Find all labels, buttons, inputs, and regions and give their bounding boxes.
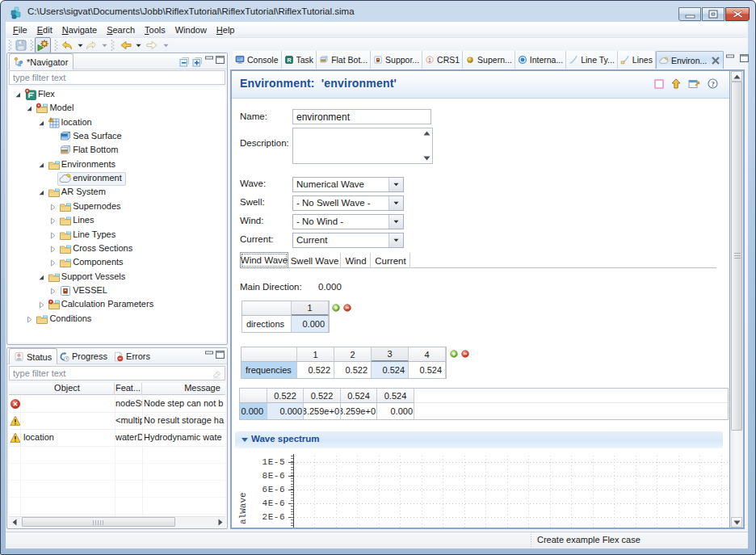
column-header-feat[interactable]: Feat... [115,383,142,395]
view-max-icon[interactable] [216,351,225,359]
editor-tab-task[interactable]: RTask [282,51,317,69]
table-cell[interactable]: 3.259e+0 [304,403,341,419]
open-window-icon[interactable] [688,78,700,89]
combo-dropdown-button[interactable] [388,215,403,229]
close-button[interactable] [725,7,750,21]
row-header[interactable]: 0.000 [240,403,267,419]
column-header[interactable]: 0.524 [341,389,377,403]
status-filter-input[interactable]: type filter text [9,366,225,381]
tree-row[interactable]: AR System [9,186,225,200]
minus-ball-icon[interactable] [343,304,351,312]
back-icon[interactable] [120,39,132,52]
wave-tab-swellwave[interactable]: Swell Wave [289,253,341,268]
column-header[interactable]: 0.522 [267,389,304,403]
tab-progress[interactable]: Progress [55,348,112,364]
tree-collapsed-arrow-icon[interactable] [49,288,57,295]
column-header[interactable]: 2 [334,347,372,362]
row-header[interactable]: frequencies [242,362,297,378]
tree-row[interactable]: Flex [9,88,225,102]
tree-expanded-arrow-icon[interactable] [38,189,45,196]
table-cell[interactable]: 3.259e+0 [341,403,377,419]
editor-tab-console[interactable]: Console [233,51,282,69]
view-max-icon[interactable] [216,56,225,64]
tree-collapsed-arrow-icon[interactable] [49,232,57,239]
save-icon[interactable] [15,39,27,52]
minus-ball-icon[interactable] [461,350,469,358]
caret-down-dis-icon[interactable] [102,44,107,48]
combo-wave[interactable]: Numerical Wave [292,177,404,192]
tree-expanded-arrow-icon[interactable] [15,91,22,99]
tree-collapsed-arrow-icon[interactable] [49,259,57,267]
scroll-up-button[interactable] [731,71,742,82]
wave-tab-current[interactable]: Current [372,253,410,268]
table-cell[interactable]: 0.522 [334,362,372,378]
status-row[interactable]: <multipNo result storage ha [9,413,225,430]
expand-all-icon[interactable] [192,57,203,67]
tree-collapsed-arrow-icon[interactable] [49,217,57,225]
table-cell[interactable]: 0.000 [267,403,304,419]
menu-navigate[interactable]: Navigate [57,23,102,36]
plus-ball-icon[interactable] [332,304,340,312]
editor-vertical-scrollbar[interactable] [730,71,743,528]
tree-collapsed-arrow-icon[interactable] [49,246,57,253]
table-cell[interactable]: 0.524 [372,362,409,378]
scroll-right-button[interactable] [215,517,225,527]
description-textarea[interactable] [292,128,433,164]
table-cell[interactable]: 0.522 [297,362,334,378]
tree-expanded-arrow-icon[interactable] [38,120,45,127]
wave-tab-wind[interactable]: Wind [342,253,371,268]
menu-file[interactable]: File [8,23,32,36]
tab-close-icon[interactable] [711,56,720,65]
column-header[interactable]: 0.522 [304,389,341,403]
hscroll-thumb[interactable] [22,517,175,527]
title-bar[interactable]: C:\Users\sigvat\Documents\Jobb\RiflexTut… [1,1,755,23]
column-header[interactable]: 0.524 [377,389,414,403]
tree-row[interactable]: Line Types [9,229,225,242]
scroll-left-button[interactable] [9,517,19,527]
combo-wind[interactable]: - No Wind - [292,214,404,229]
pink-square-icon[interactable] [654,79,664,89]
tree-row[interactable]: Lines [9,214,225,228]
tree-row[interactable]: Support Vessels [9,271,225,284]
wave-spectrum-section-header[interactable]: Wave spectrum [235,431,723,448]
tab-status[interactable]: Status [9,348,57,364]
navigator-filter-input[interactable]: type filter text [9,70,225,85]
tree-row[interactable]: Cross Sections [9,242,225,256]
status-hscrollbar[interactable] [9,516,225,527]
view-min-icon[interactable] [205,56,214,63]
tree-row[interactable]: Flat Bottom [9,144,225,158]
scroll-down-icon[interactable] [423,156,430,161]
tree-collapsed-arrow-icon[interactable] [38,301,45,309]
combo-swell[interactable]: - No Swell Wave - [292,196,404,211]
editor-tab-supern[interactable]: Supern... [463,51,515,69]
scroll-up-icon[interactable] [423,131,430,136]
tree-row[interactable]: Conditions [9,313,225,326]
tree-row[interactable]: Environments [9,158,225,172]
editor-tab-lines[interactable]: Lines [618,51,656,69]
menu-search[interactable]: Search [102,23,140,36]
tree-row[interactable]: Supernodes [9,200,225,214]
table-cell[interactable]: 0.000 [377,403,414,419]
tree-expanded-arrow-icon[interactable] [26,105,33,112]
tree-row[interactable]: Sea Surface [9,130,225,144]
restore-button[interactable] [702,7,724,21]
tree-expanded-arrow-icon[interactable] [38,274,45,281]
forward-icon[interactable] [145,39,158,52]
column-header-object[interactable]: Object [20,383,115,395]
scroll-down-button[interactable] [731,517,742,528]
tree-collapsed-arrow-icon[interactable] [49,204,57,211]
caret-down-dis-icon[interactable] [163,44,169,48]
table-cell[interactable]: 0.524 [409,362,446,378]
column-header[interactable]: 3 [372,347,409,362]
name-input[interactable]: environment [292,109,431,124]
tree-collapsed-arrow-icon[interactable] [26,316,33,323]
vscroll-thumb[interactable] [731,82,742,431]
caret-down-icon[interactable] [136,44,141,48]
combo-current[interactable]: Current [292,233,404,248]
plus-ball-icon[interactable] [450,350,458,358]
tree-row[interactable]: Model [9,102,225,116]
column-header[interactable]: 4 [409,347,446,362]
help-icon[interactable]: ? [708,78,718,89]
table-cell[interactable]: 0.000 [292,316,329,332]
caret-down-icon[interactable] [78,44,83,48]
